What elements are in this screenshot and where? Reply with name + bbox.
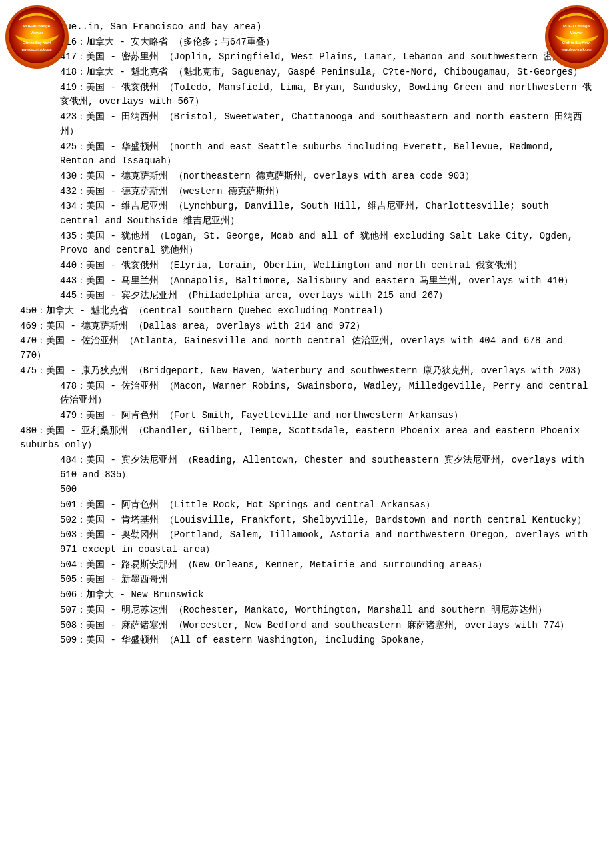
list-item: 440：美国 - 俄亥俄州 （Elyria, Lorain, Oberlin, … [20,259,593,273]
svg-text:Click to Buy Now!: Click to Buy Now! [22,41,51,45]
svg-text:PDF-XChange: PDF-XChange [562,24,590,28]
svg-text:www.docu-track.com: www.docu-track.com [560,48,591,51]
list-item: 508：美国 - 麻萨诸塞州 （Worcester, New Bedford a… [20,619,593,633]
list-item: 435：美国 - 犹他州 （Logan, St. George, Moab an… [20,229,593,258]
list-item: 506：加拿大 - New Brunswick [20,588,593,603]
main-content: Que..in, San Francisco and bay area)416：… [20,20,593,648]
list-item: 423：美国 - 田纳西州 （Bristol, Sweetwater, Chat… [20,110,593,139]
list-item: 417：美国 - 密苏里州 （Joplin, Springfield, West… [20,50,593,65]
list-item: 501：美国 - 阿肯色州 （Little Rock, Hot Springs … [20,498,593,513]
svg-text:Viewer: Viewer [570,31,583,35]
list-item: 418：加拿大 - 魁北克省 （魁北克市, Saguenay, Gaspé Pe… [20,65,593,80]
svg-text:www.docu-track.com: www.docu-track.com [21,48,51,51]
watermark-top-left: PDF-XChange Viewer Click to Buy Now! www… [3,3,70,70]
list-item: 505：美国 - 新墨西哥州 [20,573,593,587]
list-item: 470：美国 - 佐治亚州 （Atlanta, Gainesville and … [20,334,593,363]
list-item: 479：美国 - 阿肯色州 （Fort Smith, Fayetteville … [20,409,593,423]
svg-text:PDF-XChange: PDF-XChange [23,24,50,28]
list-item: 450：加拿大 - 魁北克省 （central southern Quebec … [20,304,593,319]
list-item: 430：美国 - 德克萨斯州 （northeastern 德克萨斯州, over… [20,169,593,184]
list-item: 480：美国 - 亚利桑那州 （Chandler, Gilbert, Tempe… [20,424,593,453]
list-item: 507：美国 - 明尼苏达州 （Rochester, Mankato, Wort… [20,603,593,618]
list-item: 425：美国 - 华盛顿州 （north and east Seattle su… [20,140,593,169]
svg-point-1 [9,7,65,63]
list-item: 478：美国 - 佐治亚州 （Macon, Warner Robins, Swa… [20,379,593,408]
list-item: Que..in, San Francisco and bay area) [20,20,593,35]
list-item: 445：美国 - 宾夕法尼亚州 （Philadelphia area, over… [20,289,593,303]
list-item: 484：美国 - 宾夕法尼亚州 （Reading, Allentown, Che… [20,453,593,482]
list-item: 443：美国 - 马里兰州 （Annapolis, Baltimore, Sal… [20,274,593,289]
list-item: 500 [20,483,593,497]
svg-text:Click to Buy Now!: Click to Buy Now! [562,41,590,45]
list-item: 416：加拿大 - 安大略省 （多伦多；与647重叠） [20,35,593,50]
list-item: 432：美国 - 德克萨斯州 （western 德克萨斯州） [20,185,593,199]
list-item: 503：美国 - 奥勒冈州 （Portland, Salem, Tillamoo… [20,528,593,557]
list-item: 509：美国 - 华盛顿州 （All of eastern Washington… [20,633,593,648]
list-item: 502：美国 - 肯塔基州 （Louisville, Frankfort, Sh… [20,513,593,528]
list-item: 504：美国 - 路易斯安那州 （New Orleans, Kenner, Me… [20,558,593,573]
list-item: 419：美国 - 俄亥俄州 （Toledo, Mansfield, Lima, … [20,81,593,109]
list-item: 469：美国 - 德克萨斯州 （Dallas area, overlays wi… [20,319,593,334]
svg-text:Viewer: Viewer [30,31,43,35]
watermark-top-right: PDF-XChange Viewer Click to Buy Now! www… [543,3,610,70]
list-item: 475：美国 - 康乃狄克州 （Bridgeport, New Haven, W… [20,364,593,379]
list-item: 434：美国 - 维吉尼亚州 （Lynchburg, Danville, Sou… [20,199,593,228]
svg-point-6 [548,7,604,63]
